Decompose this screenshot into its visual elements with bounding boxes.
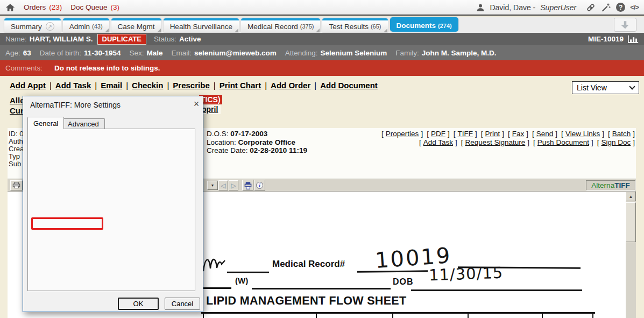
doc-subject-field: Sub bbox=[9, 160, 23, 168]
orders-link[interactable]: Orders bbox=[24, 3, 46, 11]
tab-documents[interactable]: Documents (274) bbox=[390, 17, 458, 32]
print-link[interactable]: Print bbox=[485, 130, 500, 138]
fax-link[interactable]: Fax bbox=[512, 130, 525, 138]
annotation-highlight-box bbox=[31, 217, 103, 230]
view-mode-select[interactable]: List View bbox=[572, 81, 639, 94]
close-icon[interactable]: × bbox=[191, 98, 202, 110]
previous-page-button[interactable]: ◁ bbox=[218, 180, 228, 190]
add-order-link[interactable]: Add Order bbox=[271, 81, 310, 90]
create-date-value: 02-28-2010 11:19 bbox=[250, 146, 307, 154]
tab-case-mgmt[interactable]: Case Mgmt bbox=[111, 18, 161, 32]
patient-family: John M. Sample, M.D. bbox=[422, 49, 497, 57]
patient-name: HART, WILLIAM S. bbox=[30, 35, 93, 43]
scan-underline bbox=[200, 287, 231, 289]
bracket: ] bbox=[602, 130, 604, 138]
age-label: Age: bbox=[5, 49, 20, 57]
tab-count: (274) bbox=[438, 23, 452, 29]
status-label: Status: bbox=[154, 35, 176, 43]
tab-dropdown-fold-icon[interactable] bbox=[384, 29, 387, 32]
doc-queue-link[interactable]: Doc Queue bbox=[70, 3, 107, 11]
tab-medical-record[interactable]: Medical Record (375) bbox=[241, 18, 320, 32]
view-links-link[interactable]: View Links bbox=[565, 130, 600, 138]
add-task-doc-link[interactable]: Add Task bbox=[423, 138, 453, 147]
properties-link[interactable]: Properties bbox=[386, 130, 419, 138]
comments-bar: Comments: Do not release info to sibling… bbox=[0, 60, 644, 76]
link-icon[interactable] bbox=[585, 3, 596, 12]
code-icon[interactable]: </> bbox=[630, 3, 639, 11]
bracket: ] bbox=[421, 130, 423, 138]
separator: | bbox=[49, 81, 52, 90]
add-document-link[interactable]: Add Document bbox=[320, 81, 378, 90]
action-links-row: Add Appt | Add Task | Email | Checkin | … bbox=[10, 81, 378, 90]
help-icon[interactable]: ? bbox=[616, 3, 625, 12]
tab-summary[interactable]: Summary ↗ bbox=[4, 18, 61, 32]
ok-button[interactable]: OK bbox=[118, 298, 159, 310]
dialog-tab-general[interactable]: General bbox=[27, 117, 64, 129]
tab-label: Admin bbox=[69, 23, 90, 31]
external-link-icon[interactable]: ↗ bbox=[46, 22, 54, 31]
bracket: ] bbox=[448, 130, 450, 138]
bracket: [ bbox=[608, 130, 610, 138]
add-appt-link[interactable]: Add Appt bbox=[10, 81, 46, 90]
location-value: Corporate Office bbox=[238, 138, 296, 146]
zoom-dropdown-button[interactable]: ▼ bbox=[207, 181, 218, 190]
patient-age: 63 bbox=[23, 49, 31, 57]
pdf-link[interactable]: PDF bbox=[431, 130, 445, 138]
tab-dropdown-fold-icon[interactable] bbox=[235, 29, 238, 32]
bracket: [ bbox=[508, 130, 510, 138]
separator: | bbox=[314, 81, 316, 90]
printer-icon bbox=[12, 182, 20, 189]
cancel-button[interactable]: Cancel bbox=[165, 298, 200, 310]
bracket: ] bbox=[591, 138, 593, 147]
patient-sex: Male bbox=[146, 49, 162, 57]
bracket: ] bbox=[455, 138, 457, 147]
scroll-up-button[interactable]: ▲ bbox=[626, 192, 636, 201]
email-link[interactable]: Email bbox=[101, 81, 122, 90]
info-button[interactable]: i bbox=[254, 180, 265, 191]
bracket: ] bbox=[502, 130, 504, 138]
dialog-tab-advanced[interactable]: Advanced bbox=[62, 118, 105, 129]
print-chart-link[interactable]: Print Chart bbox=[220, 81, 261, 90]
collapse-header-button[interactable] bbox=[614, 18, 636, 32]
bracket: ] bbox=[633, 138, 635, 147]
user-name: David, Dave - bbox=[490, 3, 535, 12]
tab-label: Summary bbox=[11, 23, 42, 31]
prescribe-link[interactable]: Prescribe bbox=[173, 81, 209, 90]
bracket: [ bbox=[561, 130, 563, 138]
patient-dob: 11-30-1954 bbox=[84, 49, 121, 57]
chart-stats-icon[interactable] bbox=[628, 35, 639, 43]
user-role: SuperUser bbox=[540, 3, 576, 12]
home-icon[interactable] bbox=[5, 3, 15, 12]
tab-health-surveillance[interactable]: Health Surveillance bbox=[164, 18, 239, 32]
print-setup-button[interactable] bbox=[242, 180, 253, 191]
wand-icon[interactable] bbox=[601, 3, 611, 12]
checkin-link[interactable]: Checkin bbox=[132, 81, 163, 90]
sign-doc-link[interactable]: Sign Doc bbox=[601, 138, 631, 147]
tab-bar: Summary ↗ Admin (43) Case Mgmt Health Su… bbox=[0, 17, 644, 33]
add-task-link[interactable]: Add Task bbox=[55, 81, 91, 90]
tab-test-results[interactable]: Test Results (65) bbox=[322, 18, 387, 32]
tab-dropdown-fold-icon[interactable] bbox=[316, 29, 320, 32]
tiff-link[interactable]: TIFF bbox=[457, 130, 473, 138]
next-page-button[interactable]: ▷ bbox=[229, 180, 238, 190]
scan-table-line bbox=[203, 312, 204, 318]
viewer-scrollbar[interactable]: ▲ bbox=[626, 192, 636, 318]
tab-admin[interactable]: Admin (43) bbox=[63, 18, 109, 32]
patient-email: selenium@mieweb.com bbox=[194, 49, 277, 57]
bracket: [ bbox=[454, 130, 456, 138]
name-label: Name: bbox=[5, 35, 27, 43]
top-bar: Orders (23) Doc Queue (3) David, Dave - … bbox=[0, 0, 644, 16]
print-document-button[interactable] bbox=[10, 180, 23, 190]
tab-dropdown-fold-icon[interactable] bbox=[105, 29, 109, 32]
send-link[interactable]: Send bbox=[536, 130, 554, 138]
batch-link[interactable]: Batch bbox=[612, 130, 631, 138]
tab-dropdown-fold-icon[interactable] bbox=[157, 29, 161, 32]
scan-sheet-title: LIPID MANAGEMENT FLOW SHEET bbox=[206, 294, 406, 308]
doc-id-field: ID: 0 bbox=[9, 130, 23, 138]
doc-auth-field: Auth bbox=[9, 137, 23, 145]
request-signature-link[interactable]: Request Signature bbox=[465, 138, 526, 147]
scrollbar-thumb[interactable] bbox=[626, 202, 636, 242]
document-metadata: D.O.S: 07-17-2003 Location: Corporate Of… bbox=[207, 130, 307, 155]
duplicate-badge[interactable]: DUPLICATE bbox=[97, 34, 146, 45]
push-document-link[interactable]: Push Document bbox=[537, 138, 589, 147]
